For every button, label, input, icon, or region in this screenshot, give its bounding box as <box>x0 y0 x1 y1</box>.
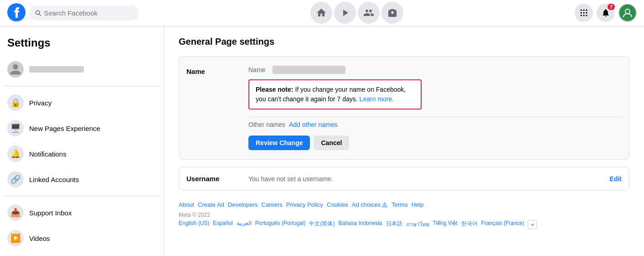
lang-korean[interactable]: 한국어 <box>461 220 478 229</box>
sidebar-label-videos: Videos <box>29 235 50 242</box>
lang-vietnamese[interactable]: Tiếng Việt <box>433 220 458 229</box>
sidebar-item-new-pages[interactable]: 🖥️ New Pages Experience <box>4 115 160 141</box>
notifications-icon: 🔔 <box>7 146 24 162</box>
sidebar-label-privacy: Privacy <box>29 99 52 107</box>
name-action-row: Review Change Cancel <box>248 136 622 150</box>
lang-espanol[interactable]: Español <box>213 220 232 229</box>
svg-point-3 <box>581 10 582 11</box>
svg-point-7 <box>583 12 584 13</box>
svg-point-11 <box>586 15 587 16</box>
footer-link-careers[interactable]: Careers <box>262 201 283 208</box>
lang-thai[interactable]: ภาษาไทย <box>406 220 429 229</box>
nav-right-area: 7 <box>575 4 637 22</box>
footer: About Create Ad Developers Careers Priva… <box>179 201 629 229</box>
sidebar-user-name-placeholder <box>29 66 84 73</box>
notifications-button[interactable]: 7 <box>597 4 615 22</box>
home-nav-button[interactable] <box>310 2 332 24</box>
name-value-placeholder <box>273 66 345 74</box>
svg-point-12 <box>619 5 636 21</box>
footer-link-terms[interactable]: Terms <box>392 201 407 208</box>
cancel-button[interactable]: Cancel <box>314 136 349 150</box>
username-label: Username <box>186 175 241 183</box>
svg-point-5 <box>586 10 587 11</box>
sidebar-label-notifications: Notifications <box>29 150 67 158</box>
marketplace-nav-button[interactable] <box>381 2 403 24</box>
lang-bahasa[interactable]: Bahasa Indonesia <box>338 220 382 229</box>
footer-link-privacy[interactable]: Privacy Policy <box>286 201 323 208</box>
review-change-button[interactable]: Review Change <box>248 136 310 150</box>
lang-english[interactable]: English (US) <box>179 220 209 229</box>
footer-copyright: Meta © 2022 <box>179 212 629 218</box>
name-input-row: Name <box>248 66 622 74</box>
svg-point-6 <box>581 12 582 13</box>
watch-nav-button[interactable] <box>334 2 356 24</box>
page-title: General Page settings <box>179 37 629 47</box>
sidebar-divider-top <box>4 86 160 86</box>
footer-link-ad-choices[interactable]: Ad choices <box>352 201 381 208</box>
ad-choices-icon <box>381 202 388 208</box>
grid-menu-button[interactable] <box>575 4 593 22</box>
sidebar: Settings 🔒 Privacy 🖥️ New Pages Experien… <box>0 26 164 256</box>
main-content: General Page settings Name Name Please n… <box>164 26 644 256</box>
facebook-logo[interactable] <box>7 3 26 23</box>
lang-french[interactable]: Français (France) <box>481 220 525 229</box>
footer-ad-choices-group: Ad choices <box>352 201 388 208</box>
sidebar-item-support-inbox[interactable]: 📥 Support Inbox <box>4 200 160 225</box>
friends-nav-button[interactable] <box>358 2 380 24</box>
name-change-note: Please note: If you change your name on … <box>248 79 422 110</box>
top-navigation: 7 <box>0 0 644 26</box>
sidebar-item-notifications[interactable]: 🔔 Notifications <box>4 141 160 167</box>
other-names-label: Other names <box>248 121 285 128</box>
svg-point-4 <box>583 10 584 11</box>
name-field-label: Name <box>248 66 265 73</box>
sidebar-label-support-inbox: Support Inbox <box>29 209 72 217</box>
search-bar[interactable] <box>29 5 139 21</box>
svg-point-10 <box>583 15 584 16</box>
footer-link-help[interactable]: Help <box>412 201 424 208</box>
support-inbox-icon: 📥 <box>7 204 24 221</box>
svg-point-8 <box>586 12 587 13</box>
sidebar-label-linked-accounts: Linked Accounts <box>29 176 79 183</box>
main-layout: Settings 🔒 Privacy 🖥️ New Pages Experien… <box>0 26 644 256</box>
privacy-icon: 🔒 <box>7 94 24 111</box>
footer-link-cookies[interactable]: Cookies <box>327 201 348 208</box>
sidebar-item-linked-accounts[interactable]: 🔗 Linked Accounts <box>4 167 160 192</box>
lang-arabic[interactable]: العربية <box>237 220 252 229</box>
svg-point-9 <box>581 15 582 16</box>
username-value: You have not set a username. <box>248 175 603 183</box>
svg-line-2 <box>39 14 41 16</box>
search-icon <box>35 9 41 16</box>
name-row-content: Name Please note: If you change your nam… <box>248 66 622 150</box>
footer-link-create-ad[interactable]: Create Ad <box>198 201 224 208</box>
lang-portuguese[interactable]: Português (Portugal) <box>255 220 306 229</box>
name-row-label: Name <box>186 66 241 75</box>
sidebar-divider-mid <box>4 196 160 196</box>
nav-center-icons <box>142 2 571 24</box>
name-settings-card: Name Name Please note: If you change you… <box>179 56 629 160</box>
footer-link-about[interactable]: About <box>179 201 194 208</box>
sidebar-user-item[interactable] <box>4 57 160 82</box>
user-avatar[interactable] <box>618 4 637 22</box>
sidebar-title: Settings <box>4 33 160 57</box>
new-pages-icon: 🖥️ <box>7 120 24 136</box>
search-input[interactable] <box>44 9 133 17</box>
add-other-names-link[interactable]: Add other names <box>289 121 338 128</box>
lang-japanese[interactable]: 日本語 <box>386 220 402 229</box>
sidebar-label-new-pages: New Pages Experience <box>29 125 100 132</box>
name-settings-row: Name Name Please note: If you change you… <box>179 57 629 159</box>
notification-badge: 7 <box>608 4 615 10</box>
lang-chinese[interactable]: 中文(简体) <box>309 220 335 229</box>
sidebar-user-icon <box>7 61 24 78</box>
footer-links: About Create Ad Developers Careers Priva… <box>179 201 629 208</box>
footer-language-links: English (US) Español العربية Português (… <box>179 220 629 229</box>
note-bold-text: Please note: <box>256 86 293 93</box>
add-language-button[interactable]: + <box>528 220 537 229</box>
username-edit-link[interactable]: Edit <box>610 175 622 183</box>
username-section: Username You have not set a username. Ed… <box>179 167 629 190</box>
footer-link-developers[interactable]: Developers <box>228 201 258 208</box>
videos-icon: ▶️ <box>7 230 24 246</box>
other-names-row: Other names Add other names <box>248 117 622 128</box>
learn-more-link[interactable]: Learn more. <box>360 95 394 103</box>
sidebar-item-privacy[interactable]: 🔒 Privacy <box>4 90 160 115</box>
sidebar-item-videos[interactable]: ▶️ Videos <box>4 225 160 251</box>
